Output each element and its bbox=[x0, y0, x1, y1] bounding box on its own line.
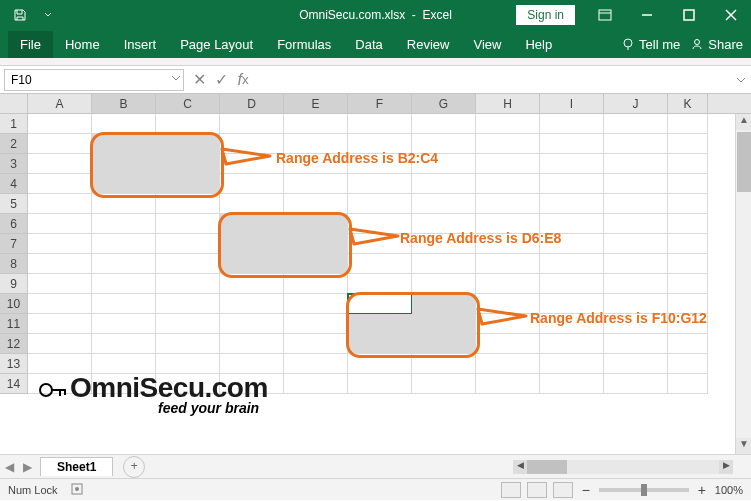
cell-j4[interactable] bbox=[604, 174, 668, 194]
cell-b12[interactable] bbox=[92, 334, 156, 354]
cell-f5[interactable] bbox=[348, 194, 412, 214]
sheet-tab-active[interactable]: Sheet1 bbox=[40, 457, 113, 476]
close-icon[interactable] bbox=[711, 0, 751, 30]
cell-h3[interactable] bbox=[476, 154, 540, 174]
cell-c2[interactable] bbox=[156, 134, 220, 154]
cell-b13[interactable] bbox=[92, 354, 156, 374]
cell-e4[interactable] bbox=[284, 174, 348, 194]
cell-a3[interactable] bbox=[28, 154, 92, 174]
cell-k3[interactable] bbox=[668, 154, 708, 174]
cell-a6[interactable] bbox=[28, 214, 92, 234]
cell-i3[interactable] bbox=[540, 154, 604, 174]
normal-view-icon[interactable] bbox=[501, 482, 521, 498]
expand-formula-bar-icon[interactable] bbox=[731, 71, 751, 89]
cell-h13[interactable] bbox=[476, 354, 540, 374]
cell-a10[interactable] bbox=[28, 294, 92, 314]
col-header-a[interactable]: A bbox=[28, 94, 92, 113]
cell-g5[interactable] bbox=[412, 194, 476, 214]
cell-e9[interactable] bbox=[284, 274, 348, 294]
scroll-up-icon[interactable]: ▲ bbox=[736, 114, 751, 130]
fx-icon[interactable]: fx bbox=[232, 69, 254, 91]
qat-dropdown-icon[interactable] bbox=[36, 3, 60, 27]
cell-a2[interactable] bbox=[28, 134, 92, 154]
cell-g14[interactable] bbox=[412, 374, 476, 394]
cell-e6[interactable] bbox=[284, 214, 348, 234]
cell-c7[interactable] bbox=[156, 234, 220, 254]
row-header-7[interactable]: 7 bbox=[0, 234, 28, 254]
tab-home[interactable]: Home bbox=[53, 31, 112, 58]
worksheet-grid[interactable]: A B C D E F G H I J K 123456789101112131… bbox=[0, 94, 751, 454]
cell-i5[interactable] bbox=[540, 194, 604, 214]
cell-f13[interactable] bbox=[348, 354, 412, 374]
signin-button[interactable]: Sign in bbox=[516, 5, 575, 25]
cell-c9[interactable] bbox=[156, 274, 220, 294]
cell-a7[interactable] bbox=[28, 234, 92, 254]
hscroll-thumb[interactable] bbox=[527, 460, 567, 474]
tab-data[interactable]: Data bbox=[343, 31, 394, 58]
cell-h2[interactable] bbox=[476, 134, 540, 154]
tab-view[interactable]: View bbox=[461, 31, 513, 58]
cell-h9[interactable] bbox=[476, 274, 540, 294]
cell-d12[interactable] bbox=[220, 334, 284, 354]
row-header-12[interactable]: 12 bbox=[0, 334, 28, 354]
cell-i1[interactable] bbox=[540, 114, 604, 134]
add-sheet-button[interactable]: + bbox=[123, 456, 145, 478]
col-header-i[interactable]: I bbox=[540, 94, 604, 113]
cell-b5[interactable] bbox=[92, 194, 156, 214]
sheet-nav-prev-icon[interactable]: ◀ bbox=[0, 456, 18, 478]
cell-e14[interactable] bbox=[284, 374, 348, 394]
cell-c13[interactable] bbox=[156, 354, 220, 374]
cell-c8[interactable] bbox=[156, 254, 220, 274]
tab-help[interactable]: Help bbox=[513, 31, 564, 58]
cell-f11[interactable] bbox=[348, 314, 412, 334]
name-box-dropdown-icon[interactable] bbox=[171, 72, 181, 86]
col-header-f[interactable]: F bbox=[348, 94, 412, 113]
scroll-down-icon[interactable]: ▼ bbox=[736, 438, 751, 454]
cell-c10[interactable] bbox=[156, 294, 220, 314]
cell-b3[interactable] bbox=[92, 154, 156, 174]
cell-a12[interactable] bbox=[28, 334, 92, 354]
cell-a8[interactable] bbox=[28, 254, 92, 274]
cell-h12[interactable] bbox=[476, 334, 540, 354]
cell-b6[interactable] bbox=[92, 214, 156, 234]
row-header-2[interactable]: 2 bbox=[0, 134, 28, 154]
col-header-k[interactable]: K bbox=[668, 94, 708, 113]
horizontal-scrollbar[interactable]: ◀ ▶ bbox=[513, 460, 733, 474]
ribbon-display-icon[interactable] bbox=[585, 0, 625, 30]
cell-i14[interactable] bbox=[540, 374, 604, 394]
scroll-right-icon[interactable]: ▶ bbox=[719, 460, 733, 474]
cell-k5[interactable] bbox=[668, 194, 708, 214]
cell-a4[interactable] bbox=[28, 174, 92, 194]
tab-formulas[interactable]: Formulas bbox=[265, 31, 343, 58]
cell-j5[interactable] bbox=[604, 194, 668, 214]
cell-j12[interactable] bbox=[604, 334, 668, 354]
cell-f12[interactable] bbox=[348, 334, 412, 354]
zoom-slider-thumb[interactable] bbox=[641, 484, 647, 496]
cancel-formula-icon[interactable]: ✕ bbox=[188, 69, 210, 91]
cell-a11[interactable] bbox=[28, 314, 92, 334]
cell-b4[interactable] bbox=[92, 174, 156, 194]
cell-h14[interactable] bbox=[476, 374, 540, 394]
cell-c4[interactable] bbox=[156, 174, 220, 194]
save-icon[interactable] bbox=[8, 3, 32, 27]
cell-f14[interactable] bbox=[348, 374, 412, 394]
cell-j1[interactable] bbox=[604, 114, 668, 134]
cell-j6[interactable] bbox=[604, 214, 668, 234]
cell-d7[interactable] bbox=[220, 234, 284, 254]
row-header-13[interactable]: 13 bbox=[0, 354, 28, 374]
cell-c6[interactable] bbox=[156, 214, 220, 234]
cell-d1[interactable] bbox=[220, 114, 284, 134]
cell-k8[interactable] bbox=[668, 254, 708, 274]
row-header-6[interactable]: 6 bbox=[0, 214, 28, 234]
page-break-view-icon[interactable] bbox=[553, 482, 573, 498]
cell-h4[interactable] bbox=[476, 174, 540, 194]
cell-i8[interactable] bbox=[540, 254, 604, 274]
cell-d13[interactable] bbox=[220, 354, 284, 374]
cell-d11[interactable] bbox=[220, 314, 284, 334]
cell-e11[interactable] bbox=[284, 314, 348, 334]
cell-c12[interactable] bbox=[156, 334, 220, 354]
cell-d10[interactable] bbox=[220, 294, 284, 314]
macro-record-icon[interactable] bbox=[70, 482, 84, 498]
select-all-corner[interactable] bbox=[0, 94, 28, 113]
cell-d5[interactable] bbox=[220, 194, 284, 214]
